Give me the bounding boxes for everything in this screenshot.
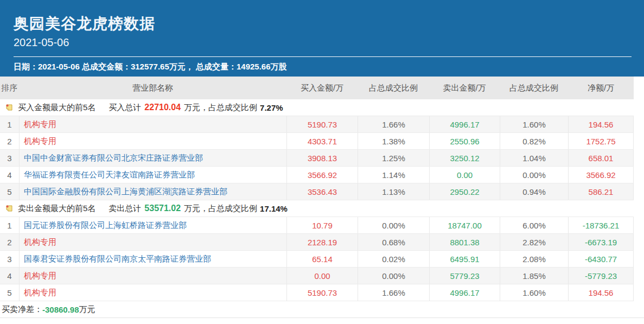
sell-amount-cell: 4996.17 [429,284,500,301]
net-amount-cell: -18736.21 [568,217,634,233]
net-amount-cell: 194.56 [568,116,634,132]
net-amount-cell: 658.01 [568,150,634,166]
section-total: 22710.04 [144,103,181,112]
net-amount-cell: 194.56 [568,284,634,301]
buy-amount-cell: 5190.73 [286,284,358,301]
buy-amount-cell: 10.79 [286,217,358,233]
section-header: 卖出金额最大的前5名 卖出总计 53571.02 万元，占总成交比例 17.14… [0,200,634,217]
table-row: 1 机构专用 5190.73 1.66% 4996.17 1.60% 194.5… [0,116,634,133]
table-header-row: 排序 营业部名称 买入金额/万 占总成交比例 卖出金额/万 占总成交比例 净额/… [0,77,634,99]
sell-ratio-cell: 2.08% [500,251,568,267]
sell-amount-cell: 5779.23 [429,268,500,284]
page-header: 奥园美谷龙虎榜数据 2021-05-06 日期：2021-05-06 总成交金额… [0,0,644,77]
page-date: 2021-05-06 [14,35,632,49]
section-ratio: 7.27% [260,103,283,112]
broker-name: 机构专用 [19,133,286,149]
rank-cell: 1 [0,217,19,233]
sell-amount-cell: 8801.38 [429,234,500,250]
lhb-table: 排序 营业部名称 买入金额/万 占总成交比例 卖出金额/万 占总成交比例 净额/… [0,77,634,301]
net-amount-cell: 3566.92 [568,167,634,183]
buy-ratio-cell: 1.38% [358,133,429,149]
buy-ratio-cell: 1.66% [358,116,429,132]
net-diff-footer: 买卖净差： -30860.98 万元 [0,301,644,318]
broker-name: 机构专用 [19,268,286,284]
sell-ratio-cell: 0.00% [500,167,568,183]
broker-name: 机构专用 [19,234,286,250]
broker-name[interactable]: 华福证券有限责任公司天津友谊南路证券营业部 [19,167,286,183]
sell-ratio-cell: 0.94% [500,183,568,200]
table-row: 4 华福证券有限责任公司天津友谊南路证券营业部 3566.92 1.14% 0.… [0,167,634,183]
col-rank: 排序 [0,83,19,93]
net-diff-label: 买卖净差： [2,304,42,315]
rank-cell: 4 [0,167,19,183]
table-body: 买入金额最大的前5名 买入总计 22710.04 万元，占总成交比例 7.27%… [0,99,634,301]
buy-ratio-cell: 1.13% [358,183,429,200]
buy-amount-cell: 3908.13 [286,150,358,166]
sell-amount-cell: 4996.17 [429,116,500,132]
section-total-label: 卖出总计 [109,204,141,214]
section-total-label: 买入总计 [109,103,141,113]
broker-name[interactable]: 中国国际金融股份有限公司上海黄浦区湖滨路证券营业部 [19,183,286,200]
table-row: 3 中国中金财富证券有限公司北京宋庄路证券营业部 3908.13 1.25% 3… [0,150,634,167]
section-ratio: 17.14% [260,204,288,213]
broker-name: 机构专用 [19,284,286,301]
buy-amount-cell: 0.00 [286,268,358,284]
page-title: 奥园美谷龙虎榜数据 [14,15,632,33]
table-row: 2 机构专用 4303.71 1.38% 2550.96 0.82% 1752.… [0,133,634,150]
sell-ratio-cell: 6.00% [500,217,568,233]
rank-cell: 3 [0,150,19,166]
broker-name: 机构专用 [19,116,286,132]
buy-ratio-cell: 1.66% [358,284,429,301]
section-after-total: 万元，占总成交比例 [184,103,257,113]
table-row: 1 国元证券股份有限公司上海虹桥路证券营业部 10.79 0.00% 18747… [0,217,634,234]
rank-cell: 2 [0,234,19,250]
section-after-total: 万元，占总成交比例 [184,204,257,214]
sell-amount-cell: 18747.00 [429,217,500,233]
broker-name[interactable]: 中国中金财富证券有限公司北京宋庄路证券营业部 [19,150,286,166]
net-diff-unit: 万元 [79,304,95,315]
col-sell-amount: 卖出金额/万 [429,83,500,93]
buy-ratio-cell: 0.00% [358,217,429,233]
table-row: 5 中国国际金融股份有限公司上海黄浦区湖滨路证券营业部 3536.43 1.13… [0,183,634,200]
buy-amount-cell: 5190.73 [286,116,358,132]
section-title: 卖出金额最大的前5名 [18,204,95,214]
sell-ratio-cell: 2.82% [500,234,568,250]
buy-amount-cell: 65.14 [286,251,358,267]
buy-amount-cell: 4303.71 [286,133,358,149]
note-icon [5,205,13,212]
buy-ratio-cell: 1.14% [358,167,429,183]
col-buy-amount: 买入金额/万 [286,83,358,93]
section-title: 买入金额最大的前5名 [18,103,95,113]
buy-ratio-cell: 0.00% [358,268,429,284]
net-amount-cell: 586.21 [568,183,634,200]
net-amount-cell: -6673.19 [568,234,634,250]
col-buy-ratio: 占总成交比例 [358,83,429,93]
col-broker-name: 营业部名称 [19,83,286,93]
rank-cell: 2 [0,133,19,149]
sell-ratio-cell: 1.60% [500,284,568,301]
buy-ratio-cell: 0.02% [358,251,429,267]
note-icon [5,104,13,111]
buy-ratio-cell: 0.68% [358,234,429,250]
rank-cell: 1 [0,116,19,132]
sell-amount-cell: 2950.22 [429,183,500,200]
broker-name[interactable]: 国泰君安证券股份有限公司南京太平南路证券营业部 [19,251,286,267]
table-row: 2 机构专用 2128.19 0.68% 8801.38 2.82% -6673… [0,234,634,251]
sell-amount-cell: 2550.96 [429,133,500,149]
net-amount-cell: -5779.23 [568,268,634,284]
col-sell-ratio: 占总成交比例 [500,83,568,93]
sell-ratio-cell: 1.85% [500,268,568,284]
section-total: 53571.02 [144,204,181,213]
sell-ratio-cell: 1.60% [500,116,568,132]
sell-amount-cell: 3250.12 [429,150,500,166]
table-row: 3 国泰君安证券股份有限公司南京太平南路证券营业部 65.14 0.02% 64… [0,251,634,268]
buy-amount-cell: 3536.43 [286,183,358,200]
net-amount-cell: 1752.75 [568,133,634,149]
sell-ratio-cell: 1.04% [500,150,568,166]
section-header: 买入金额最大的前5名 买入总计 22710.04 万元，占总成交比例 7.27% [0,99,634,116]
rank-cell: 3 [0,251,19,267]
rank-cell: 5 [0,183,19,200]
buy-ratio-cell: 1.25% [358,150,429,166]
broker-name[interactable]: 国元证券股份有限公司上海虹桥路证券营业部 [19,217,286,233]
col-net-amount: 净额/万 [568,83,634,93]
